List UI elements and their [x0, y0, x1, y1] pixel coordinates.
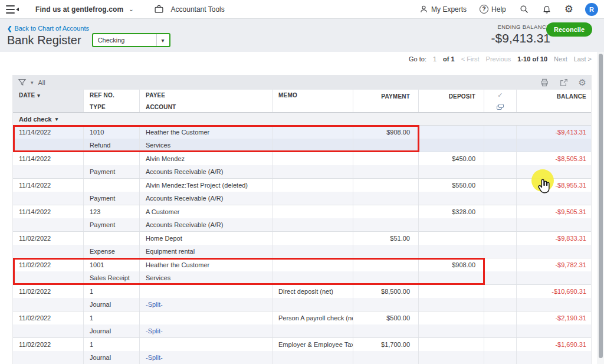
table-row[interactable]: 11/02/20221Employer & Employee Tax$1,700…	[13, 338, 591, 364]
table-row[interactable]: 11/02/20221Direct deposit (net)$8,500.00…	[13, 285, 591, 311]
cell-account[interactable]: -Split-	[140, 351, 273, 364]
reconcile-button[interactable]: Reconcile	[546, 22, 592, 37]
cell-deposit[interactable]: $328.00	[419, 205, 484, 218]
cell-date[interactable]: 11/14/2022	[13, 126, 84, 139]
cell-ref[interactable]: 1010	[84, 126, 140, 139]
cell-date[interactable]: 11/14/2022	[13, 205, 84, 218]
cell-memo[interactable]	[273, 205, 353, 218]
cell-type[interactable]: Payment	[84, 192, 140, 205]
cell-payee[interactable]: Home Depot	[140, 232, 273, 245]
cell-type[interactable]: Journal	[84, 324, 140, 337]
cell-type[interactable]: Journal	[84, 298, 140, 311]
brand-link[interactable]: Find us at gentlefrog.com	[35, 5, 123, 14]
cell-type[interactable]: Payment	[84, 218, 140, 231]
cell-payee[interactable]: Heather the Customer	[140, 126, 273, 139]
cell-date[interactable]: 11/02/2022	[13, 338, 84, 351]
cell-reconcile-status[interactable]	[484, 152, 517, 165]
cell-payment[interactable]	[353, 258, 419, 271]
cell-reconcile-status[interactable]	[484, 126, 517, 139]
cell-type[interactable]: Expense	[84, 245, 140, 258]
cell-memo[interactable]	[273, 232, 353, 245]
cell-deposit[interactable]	[419, 338, 484, 351]
cell-memo[interactable]: Employer & Employee Tax	[273, 338, 353, 351]
accountant-tools-link[interactable]: Accountant Tools	[171, 5, 225, 14]
cell-ref[interactable]: 1	[84, 285, 140, 298]
search-icon[interactable]	[519, 4, 529, 14]
cell-account[interactable]: Accounts Receivable (A/R)	[140, 218, 273, 231]
cell-memo[interactable]	[273, 152, 353, 165]
cell-reconcile-status[interactable]	[484, 311, 517, 324]
cell-ref[interactable]	[84, 152, 140, 165]
cell-memo[interactable]	[273, 126, 353, 139]
cell-account[interactable]: -Split-	[140, 298, 273, 311]
export-icon[interactable]	[559, 78, 569, 87]
collapse-menu-icon[interactable]	[6, 4, 21, 15]
back-to-chart-link[interactable]: ❮ Back to Chart of Accounts	[7, 25, 89, 32]
briefcase-icon[interactable]	[154, 4, 164, 14]
column-header-date[interactable]: DATE▾	[13, 90, 84, 112]
cell-payment[interactable]: $908.00	[353, 126, 419, 139]
cell-ref[interactable]: 123	[84, 205, 140, 218]
cell-account[interactable]: Equipment rental	[140, 245, 273, 258]
column-header-payee-account[interactable]: PAYEE ACCOUNT	[140, 90, 273, 112]
scrollbar-thumb[interactable]	[599, 54, 603, 358]
cell-date[interactable]: 11/02/2022	[13, 232, 84, 245]
help-button[interactable]: ? Help	[480, 5, 506, 14]
cell-payee[interactable]: Alvin Mendez:Test Project (deleted)	[140, 179, 273, 192]
batch-actions-icon[interactable]	[497, 104, 504, 110]
cell-reconcile-status[interactable]	[484, 179, 517, 192]
table-row[interactable]: 11/14/2022123A Customer$328.00-$9,505.31…	[13, 205, 591, 232]
cell-memo[interactable]: Direct deposit (net)	[273, 285, 353, 298]
table-row[interactable]: 11/02/20221Person A payroll check (net)$…	[13, 311, 591, 338]
cell-payment[interactable]: $8,500.00	[353, 285, 419, 298]
cell-memo[interactable]	[273, 258, 353, 271]
table-row[interactable]: 11/14/20221010Heather the Customer$908.0…	[13, 126, 591, 152]
caret-down-icon[interactable]: ▾	[156, 34, 169, 46]
cell-memo[interactable]	[273, 179, 353, 192]
print-icon[interactable]	[540, 78, 549, 87]
cell-date[interactable]: 11/14/2022	[13, 152, 84, 165]
cell-payment[interactable]: $51.00	[353, 232, 419, 245]
split-link[interactable]: -Split-	[146, 301, 163, 308]
cell-ref[interactable]: 1001	[84, 258, 140, 271]
cell-ref[interactable]	[84, 232, 140, 245]
cell-deposit[interactable]	[419, 285, 484, 298]
add-check-button[interactable]: Add check ▾	[13, 113, 591, 126]
cell-reconcile-status[interactable]	[484, 205, 517, 218]
cell-payee[interactable]: Heather the Customer	[140, 258, 273, 271]
cell-payee[interactable]	[140, 285, 273, 298]
cell-reconcile-status[interactable]	[484, 232, 517, 245]
cell-ref[interactable]	[84, 179, 140, 192]
table-settings-gear-icon[interactable]: ⚙	[579, 78, 586, 87]
filter-button[interactable]: ▾ All	[18, 78, 45, 87]
cell-payee[interactable]	[140, 311, 273, 324]
cell-payee[interactable]: A Customer	[140, 205, 273, 218]
table-row[interactable]: 11/02/20221001Heather the Customer$908.0…	[13, 258, 591, 285]
table-row[interactable]: 11/02/2022Home Depot$51.00-$9,833.31Expe…	[13, 232, 591, 258]
cell-date[interactable]: 11/02/2022	[13, 311, 84, 324]
cell-payee[interactable]	[140, 338, 273, 351]
cell-reconcile-status[interactable]	[484, 338, 517, 351]
cell-payment[interactable]	[353, 205, 419, 218]
cell-deposit[interactable]: $908.00	[419, 258, 484, 271]
table-row[interactable]: 11/14/2022Alvin Mendez:Test Project (del…	[13, 179, 591, 205]
previous-page-button[interactable]: Previous	[486, 55, 511, 63]
cell-type[interactable]: Payment	[84, 165, 140, 178]
cell-payment[interactable]	[353, 152, 419, 165]
cell-payment[interactable]: $1,700.00	[353, 338, 419, 351]
table-row[interactable]: 11/14/2022Alvin Mendez$450.00-$8,505.31P…	[13, 152, 591, 179]
cell-reconcile-status[interactable]	[484, 258, 517, 271]
cell-payee[interactable]: Alvin Mendez	[140, 152, 273, 165]
cell-memo[interactable]: Person A payroll check (net)	[273, 311, 353, 324]
cell-deposit[interactable]	[419, 126, 484, 139]
last-page-button[interactable]: Last >	[574, 55, 592, 63]
cell-date[interactable]: 11/02/2022	[13, 258, 84, 271]
split-link[interactable]: -Split-	[146, 327, 163, 335]
cell-type[interactable]: Refund	[84, 139, 140, 152]
cell-ref[interactable]: 1	[84, 311, 140, 324]
settings-gear-icon[interactable]: ⚙	[564, 4, 573, 14]
my-experts-button[interactable]: My Experts	[419, 5, 467, 14]
page-number-input[interactable]: 1	[433, 55, 436, 63]
cell-payment[interactable]: $500.00	[353, 311, 419, 324]
column-header-deposit[interactable]: DEPOSIT	[419, 90, 484, 112]
